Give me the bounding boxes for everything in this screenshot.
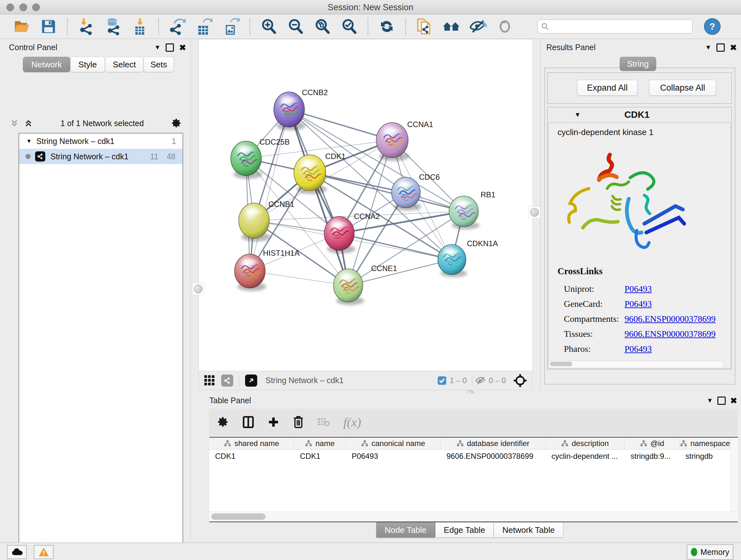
panel-collapse-icon[interactable]: ▼ xyxy=(154,44,160,51)
toolbar-search[interactable] xyxy=(537,19,692,34)
hidden-eye-icon[interactable] xyxy=(475,375,486,386)
gene-section-header[interactable]: ▼ CDK1 xyxy=(548,107,731,122)
table-cell[interactable]: CDK1 xyxy=(209,449,294,463)
birds-eye-view-icon[interactable] xyxy=(245,374,257,387)
delete-table-button[interactable] xyxy=(317,417,330,428)
column-header-namespace[interactable]: namespace xyxy=(680,438,731,449)
grid-view-icon[interactable] xyxy=(203,374,216,387)
panel-float-icon[interactable] xyxy=(717,44,725,52)
export-image-button[interactable] xyxy=(222,17,240,36)
zoom-selected-button[interactable] xyxy=(340,17,358,36)
network-node-hist1h1a[interactable] xyxy=(234,254,266,291)
tab-sets[interactable]: Sets xyxy=(144,57,174,72)
table-cell[interactable]: stringdb:9... xyxy=(625,449,680,463)
section-collapse-icon[interactable]: ▼ xyxy=(575,111,581,118)
column-header-databaseidentifier[interactable]: database identifier xyxy=(441,438,546,449)
crosslink-link[interactable]: P06493 xyxy=(624,344,652,354)
add-column-button[interactable] xyxy=(267,416,280,428)
table-cell[interactable]: cyclin-dependent ... xyxy=(546,449,625,463)
crosslink-link[interactable]: P06493 xyxy=(624,284,652,294)
table-vscrollbar[interactable] xyxy=(731,438,738,521)
tab-string[interactable]: String xyxy=(620,57,656,71)
save-session-button[interactable] xyxy=(40,17,57,36)
network-share-icon[interactable] xyxy=(221,374,233,387)
export-network-button[interactable] xyxy=(169,17,186,36)
warnings-button[interactable] xyxy=(34,545,54,559)
network-node-ccna2[interactable] xyxy=(324,216,355,253)
network-view[interactable]: CCNB2CCNA1CDC25BCDK1CDC6RB1CCNB1CCNA2CDK… xyxy=(199,39,533,371)
show-all-views-button[interactable] xyxy=(442,17,460,36)
search-input[interactable] xyxy=(552,22,689,31)
panel-close-icon[interactable]: ✖ xyxy=(179,44,186,51)
zoom-out-button[interactable] xyxy=(286,17,305,36)
zoom-fit-button[interactable] xyxy=(313,17,331,36)
crosshair-icon[interactable] xyxy=(513,373,528,388)
table-hscrollbar[interactable] xyxy=(209,511,738,521)
column-header-description[interactable]: description xyxy=(546,438,625,449)
panel-close-icon[interactable]: ✖ xyxy=(730,397,737,404)
panel-collapse-icon[interactable]: ▼ xyxy=(705,44,711,51)
network-node-cdk1[interactable] xyxy=(294,155,327,194)
node-table[interactable]: shared namenamecanonical namedatabase id… xyxy=(209,437,738,522)
expand-all-chevron-icon[interactable] xyxy=(23,118,33,128)
memory-button[interactable]: Memory xyxy=(687,544,733,560)
clone-network-button[interactable] xyxy=(415,17,433,36)
table-row[interactable]: CDK1CDK1P064939606.ENSP00000378699cyclin… xyxy=(209,449,738,463)
table-cell[interactable]: P06493 xyxy=(346,449,441,463)
results-hscrollbar[interactable] xyxy=(549,361,722,368)
table-cell[interactable]: stringdb xyxy=(680,449,731,463)
import-table-file-button[interactable] xyxy=(131,17,149,36)
import-network-database-button[interactable] xyxy=(104,17,122,36)
table-settings-button[interactable] xyxy=(217,416,229,428)
table-hscrollbar-thumb[interactable] xyxy=(211,513,266,520)
hide-selected-button[interactable] xyxy=(469,17,487,36)
network-node-cdkn1a[interactable] xyxy=(438,245,467,277)
left-splitter-knob[interactable] xyxy=(194,285,203,294)
cloud-button[interactable] xyxy=(7,545,27,559)
crosslink-link[interactable]: 9606.ENSP00000378699 xyxy=(624,314,716,324)
help-button[interactable]: ? xyxy=(704,18,721,35)
column-header-name[interactable]: name xyxy=(294,438,346,449)
crosslink-link[interactable]: P06493 xyxy=(624,299,652,309)
network-node-cdc6[interactable] xyxy=(392,177,421,210)
import-network-file-button[interactable] xyxy=(77,17,95,36)
zoom-in-button[interactable] xyxy=(260,17,278,36)
column-header-id[interactable]: @id xyxy=(625,438,680,449)
panel-collapse-icon[interactable]: ▼ xyxy=(706,397,713,404)
network-node-ccna1[interactable] xyxy=(376,123,409,161)
selected-checkbox-icon[interactable] xyxy=(437,375,447,386)
network-row[interactable]: String Network – cdk1 11 48 xyxy=(19,149,183,164)
expand-all-button[interactable]: Expand All xyxy=(577,80,637,96)
network-node-ccne1[interactable] xyxy=(333,269,364,305)
show-hidden-button[interactable] xyxy=(496,17,514,36)
function-builder-button[interactable]: f(x) xyxy=(343,415,361,430)
network-node-rb1[interactable] xyxy=(449,196,480,229)
table-cell[interactable]: 9606.ENSP00000378699 xyxy=(441,449,546,463)
column-header-sharedname[interactable]: shared name xyxy=(209,438,294,449)
crosslink-link[interactable]: 9606.ENSP00000378699 xyxy=(624,329,716,339)
right-splitter-knob[interactable] xyxy=(530,208,539,217)
tab-network[interactable]: Network xyxy=(23,57,70,72)
network-canvas[interactable]: CCNB2CCNA1CDC25BCDK1CDC6RB1CCNB1CCNA2CDK… xyxy=(199,39,533,371)
tab-select[interactable]: Select xyxy=(105,57,144,72)
apply-layout-button[interactable] xyxy=(378,17,396,36)
collection-expand-icon[interactable]: ▼ xyxy=(26,138,32,145)
collapse-all-button[interactable]: Collapse All xyxy=(649,80,716,96)
results-hscrollbar-thumb[interactable] xyxy=(550,362,572,366)
open-session-button[interactable] xyxy=(13,17,30,36)
gear-icon[interactable] xyxy=(171,118,182,129)
tab-network-table[interactable]: Network Table xyxy=(494,522,563,538)
collapse-all-chevron-icon[interactable] xyxy=(10,118,19,128)
network-node-ccnb2[interactable] xyxy=(274,92,306,130)
tab-edge-table[interactable]: Edge Table xyxy=(435,522,494,538)
delete-column-button[interactable] xyxy=(293,416,304,428)
panel-float-icon[interactable] xyxy=(718,396,726,405)
panel-close-icon[interactable]: ✖ xyxy=(730,44,737,51)
column-header-canonicalname[interactable]: canonical name xyxy=(346,438,441,449)
tab-node-table[interactable]: Node Table xyxy=(376,522,435,538)
export-table-button[interactable] xyxy=(195,17,213,36)
table-cell[interactable]: CDK1 xyxy=(294,449,346,463)
tab-style[interactable]: Style xyxy=(70,57,105,72)
network-node-ccnb1[interactable] xyxy=(239,203,271,241)
network-collection-row[interactable]: ▼ String Network – cdk1 1 xyxy=(19,133,183,149)
